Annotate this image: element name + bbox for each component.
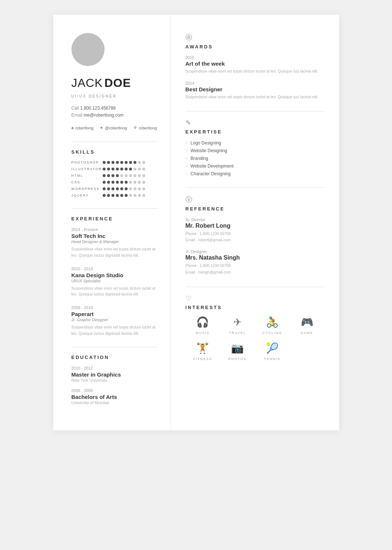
web-label: robertlong [139,126,157,130]
award-title: Best Designer [186,86,325,92]
first-name: JACK [72,76,103,89]
ref-role: Sr. Director [186,217,325,222]
dot-filled [103,174,106,177]
dot-empty [120,174,123,177]
skill-row: WORDPRESS [72,187,158,191]
dot-filled [125,194,128,197]
interest-icon: 🏋 [196,342,209,354]
awards-title: AWARDS [186,44,325,50]
social-web: ⚘ robertlong [133,125,157,131]
interests-row1: 🎧 MUSIC ✈ TRAVEL 🚴 CYCLING 🎮 GAME [186,316,325,335]
divider-1 [72,142,158,142]
interest-icon: 🎾 [266,342,279,354]
expertise-icon: ✎ [186,119,325,127]
expertise-item: Website Development [186,164,325,169]
phone-line: Call 1.800.123.456789 [72,106,158,111]
exp-company: Paperart [72,311,158,317]
interests-title: INTERESTS [186,305,325,310]
social-facebook: ♠ robertlong [72,125,94,131]
interest-label: GAME [301,331,314,335]
dot-empty [142,168,145,170]
dot-filled [120,168,123,170]
right-column: ⓔ AWARDS 2015 Art of the week Suspendiss… [171,15,339,430]
skill-name: HTML [72,174,103,177]
interest-icon: ✈ [233,316,242,328]
dot-filled [116,194,119,197]
exp-company: Kana Design Studio [72,272,158,278]
skill-dots [103,181,145,184]
left-column: JACK DOE UI/UX DESIGNER Call 1.800.123.4… [53,15,171,430]
dot-filled [125,168,128,170]
ref-name: Mr. Robert Long [186,223,325,229]
interests-row2: 🏋 FITNESS 📷 PHOTOS 🎾 TENNIS [186,342,325,361]
avatar [72,33,105,66]
reference-item: Jr. Designer Mrs. Natasha Singh Phone : … [186,249,325,276]
dot-empty [138,174,141,177]
dot-empty [133,181,136,184]
expertise-item: Website Designing [186,148,325,153]
divider-2 [72,208,158,209]
interest-icon: 📷 [231,342,244,354]
skill-dots [103,187,145,190]
dot-filled [125,181,128,184]
expertise-item: Character Designing [186,171,325,176]
education-section: EDUCATION 2010 - 2012 Master in Graphics… [72,355,158,405]
expertise-list: Logo DesigningWebsite DesigningBrandingW… [186,140,325,176]
facebook-icon: ♠ [72,125,74,131]
edu-school: New York University [72,378,158,382]
name-block: JACK DOE [72,76,158,90]
interest-icon: 🎧 [196,316,209,328]
dot-filled [103,168,106,170]
social-block: ♠ robertlong ✦ @robertlong ⚘ robertlong [72,125,158,131]
web-icon: ⚘ [133,125,138,131]
skill-row: JQUERY [72,194,158,197]
education-title: EDUCATION [72,355,158,360]
skill-dots [103,168,145,170]
dot-filled [103,181,106,184]
dot-filled [120,161,123,164]
reference-title: REFERENCE [186,206,325,212]
divider-r3 [186,287,325,287]
dot-empty [133,174,136,177]
dot-filled [107,168,110,170]
awards-icon: ⓔ [186,33,325,42]
dot-filled [107,174,110,177]
dot-empty [129,187,132,190]
reference-list: Sr. Director Mr. Robert Long Phone : 1.8… [186,217,325,276]
ref-contact: Phone : 1.800.1234.56789Email : nsingh@g… [186,263,325,276]
divider-r1 [186,111,325,111]
interest-item: ✈ TRAVEL [220,316,255,335]
expertise-item: Branding [186,156,325,161]
edu-school: University of Mumbai [72,400,158,405]
twitter-icon: ✦ [99,125,103,131]
skill-dots [103,174,145,177]
interest-item: 🎧 MUSIC [186,316,220,335]
dot-filled [116,181,119,184]
reference-section: Ⓥ REFERENCE Sr. Director Mr. Robert Long… [186,195,325,276]
interest-label: TENNIS [264,357,281,361]
dot-empty [142,194,145,197]
exp-desc: Suspendisse vitae enim vel turpis dictum… [72,285,158,298]
dot-filled [120,181,123,184]
dot-filled [111,181,114,184]
dot-empty [138,168,141,170]
skill-name: JQUERY [72,194,103,197]
dot-filled [111,174,114,177]
interest-label: MUSIC [195,331,210,335]
experience-item: 2014 - Present Soft Tech Inc Head Design… [72,227,158,258]
skills-list: PHOTOSHOP ILLUSTRATOR HTML CSS WORDPRESS… [72,161,158,197]
edu-year: 2010 - 2012 [72,366,158,370]
dot-filled [111,187,114,190]
dot-empty [142,187,145,190]
exp-role: Head Designer & Manager [72,239,158,244]
dot-filled [125,187,128,190]
email-label: Email [72,113,83,118]
interest-label: FITNESS [193,357,212,361]
reference-icon: Ⓥ [186,195,325,204]
exp-desc: Suspendisse vitae enim vel turpis dictum… [72,246,158,258]
award-desc: Suspendisse vitae enim vel turpis dictum… [186,68,325,74]
experience-section: EXPERIENCE 2014 - Present Soft Tech Inc … [72,216,158,337]
dot-empty [133,168,136,170]
dot-filled [107,194,110,197]
dot-filled [103,187,106,190]
